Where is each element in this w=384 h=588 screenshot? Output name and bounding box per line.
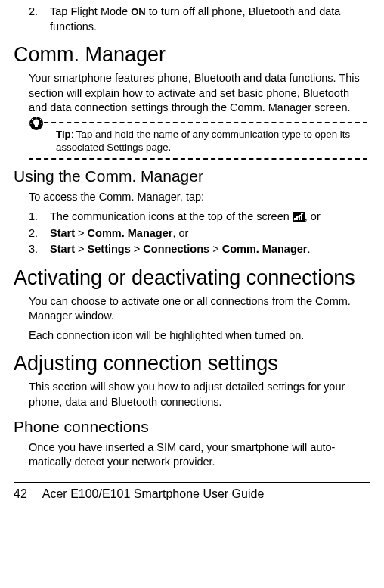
step-item: 3. Start > Settings > Connections > Comm… [29,242,367,257]
para: To access the Comm. Manager, tap: [29,190,367,205]
tip-text: Tip: Tap and hold the name of any commun… [56,129,350,153]
step-number: 1. [29,210,44,225]
step-number: 3. [29,242,44,257]
lightbulb-icon [29,116,44,131]
para: Your smartphone features phone, Bluetoot… [29,71,367,116]
step-text: Tap Flight Mode ON to turn off all phone… [50,5,367,34]
page: 2. Tap Flight Mode ON to turn off all ph… [0,0,384,510]
step-item: 1. The communication icons at the top of… [29,210,367,225]
activating-body: You can choose to activate one or all co… [14,294,370,344]
phone-body: Once you have inserted a SIM card, your … [14,440,370,470]
heading-activating: Activating or deactivating connections [14,266,370,290]
adjust-body: This section will show you how to adjust… [14,380,370,409]
steps-list: 1. The communication icons at the top of… [29,210,367,257]
para: Each connection icon will be highlighted… [29,328,367,344]
para: This section will show you how to adjust… [29,380,367,409]
footer-title: Acer E100/E101 Smartphone User Guide [42,487,265,501]
step-item: 2. Start > Comm. Manager, or [29,226,367,241]
tip-block: Tip: Tap and hold the name of any commun… [29,122,367,160]
step-text: Start > Comm. Manager, or [50,226,367,241]
heading-adjusting: Adjusting connection settings [14,352,370,375]
on-glyph: ON [131,6,146,17]
tip-content: Tip: Tap and hold the name of any commun… [29,122,367,160]
step-text: Start > Settings > Connections > Comm. M… [50,242,367,257]
using-body: To access the Comm. Manager, tap: 1. The… [14,190,370,257]
signal-icon [293,211,305,221]
heading-comm-manager: Comm. Manager [14,43,370,67]
svg-point-1 [33,119,39,125]
page-number: 42 [14,487,27,501]
step-number: 2. [29,5,44,34]
para: Once you have inserted a SIM card, your … [29,440,367,470]
svg-rect-2 [35,125,38,127]
step-number: 2. [29,226,44,241]
footer: 42 Acer E100/E101 Smartphone User Guide [14,482,370,501]
heading-using-comm-manager: Using the Comm. Manager [14,167,370,185]
comm-body: Your smartphone features phone, Bluetoot… [14,71,370,160]
step-text: The communication icons at the top of th… [50,210,367,225]
heading-phone-connections: Phone connections [14,418,370,436]
intro-step-block: 2. Tap Flight Mode ON to turn off all ph… [14,5,370,34]
step-item: 2. Tap Flight Mode ON to turn off all ph… [29,5,367,34]
para: You can choose to activate one or all co… [29,294,367,324]
